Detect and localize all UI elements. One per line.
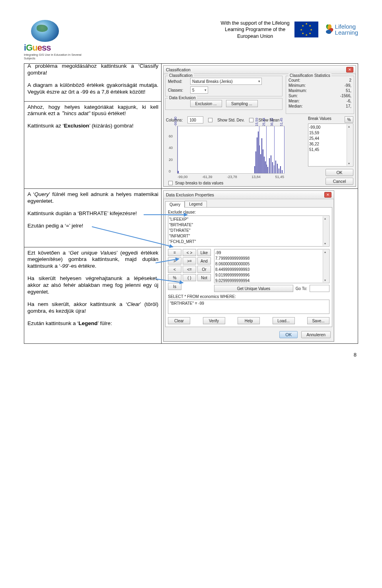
value-item[interactable]: 9.02999999999994	[215, 278, 328, 283]
chart-top-label: 15,59	[255, 118, 259, 126]
logo-text: iGuess	[24, 43, 84, 53]
save-button[interactable]: Save...	[307, 317, 329, 324]
value-item[interactable]: 9.01999999999996	[215, 272, 328, 278]
op-equals-button[interactable]: =	[168, 249, 181, 256]
stat-value: -6,	[347, 99, 351, 103]
exclusion-button[interactable]: Exclusion ...	[190, 100, 222, 107]
value-item[interactable]: 8.06000000000005	[215, 261, 328, 267]
value-item[interactable]: -99	[215, 250, 328, 256]
show-std-checkbox[interactable]	[208, 118, 212, 122]
instruction-text: Ezután kattintsunk a ‘Legend’ fülre:	[27, 320, 158, 327]
cancel-button[interactable]: Cancel	[325, 178, 353, 185]
break-value-item[interactable]: 15,59	[309, 130, 352, 136]
scrollbar[interactable]	[323, 216, 329, 246]
op-notequals-button[interactable]: < >	[183, 249, 196, 256]
stat-label: Median:	[288, 104, 303, 108]
percent-button[interactable]: %	[345, 116, 353, 123]
get-unique-values-button[interactable]: Get Unique Values	[214, 285, 293, 292]
op-or-button[interactable]: Or	[197, 266, 211, 273]
stat-label: Count:	[288, 78, 300, 82]
close-icon[interactable]: ✕	[324, 192, 331, 198]
classes-label: Classes:	[168, 88, 188, 92]
chart-top-label: 25,44	[262, 118, 266, 126]
ok-button[interactable]: OK	[279, 331, 298, 338]
expression-textbox[interactable]: "BRTHRATE" = -99	[168, 300, 329, 314]
op-and-button[interactable]: And	[197, 257, 211, 265]
value-item[interactable]: 8.44999999999993	[215, 267, 328, 272]
arrow-annotation	[92, 226, 173, 247]
goto-input[interactable]	[310, 285, 329, 292]
data-exclusion-dialog: Data Exclusion Properties ✕ Query Legend…	[163, 190, 334, 342]
operator-grid: = < > Like > >= And < <= Or %	[168, 249, 211, 281]
instruction-text: Ha nem sikerült, akkor kattintsunk a ‘Cl…	[27, 301, 158, 315]
group-label: Classification Statistics	[288, 73, 331, 78]
field-item[interactable]: "INFMORT"	[169, 233, 328, 239]
page-header: iGuess Integrating GIS Use in Education …	[24, 20, 358, 60]
instruction-text: A diagram a különböző értékek gyakoriság…	[27, 82, 158, 96]
sampling-button[interactable]: Sampling ...	[226, 100, 258, 107]
instruction-text: Ezt követően a ‘Get unique Values’ (egye…	[27, 250, 158, 270]
instruction-text: Kattintsunk az ‘Exclusion’ (kizárás) gom…	[27, 123, 158, 129]
break-value-item[interactable]: 51,45	[309, 147, 352, 153]
goto-label: Go To:	[296, 286, 307, 291]
page-number: 8	[24, 352, 358, 358]
show-std-label: Show Std. Dev.	[217, 118, 244, 122]
globe-icon	[31, 20, 59, 42]
instruction-text: Kattintsunk duplán a ‘BRTHRATE’ kifejezé…	[27, 210, 158, 217]
instruction-text: A ‘Query’ fülnél meg kell adnunk a helye…	[27, 191, 158, 205]
scrollbar[interactable]	[323, 250, 329, 282]
ok-button[interactable]: OK	[325, 169, 353, 176]
load-button[interactable]: Load...	[273, 317, 295, 324]
group-label: Classification	[168, 73, 194, 78]
arrow-annotation	[144, 214, 187, 215]
break-values-list[interactable]: -99,00 15,59 25,44 36,22 51,45	[308, 123, 353, 167]
chart-top-label: 51,45	[279, 118, 283, 126]
field-item[interactable]: "FCHLD_MRT"	[169, 239, 328, 245]
value-item[interactable]: 7.79999999999998	[215, 256, 328, 261]
stat-label: Maximum:	[288, 88, 307, 93]
classification-dialog: Classification ✕ Classification Method: …	[163, 65, 356, 187]
stat-value: 17,	[346, 104, 351, 108]
field-item[interactable]: "DTHRATE"	[169, 228, 328, 233]
columns-input[interactable]: 100	[187, 116, 203, 123]
chart-top-label: 36,22	[270, 118, 274, 126]
verify-button[interactable]: Verify	[203, 317, 225, 324]
scrollbar[interactable]	[347, 124, 353, 166]
cancel-button[interactable]: Annuleren	[301, 331, 331, 338]
instruction-text: Ahhoz, hogy helyes kategóriákat kapjunk,…	[27, 104, 158, 118]
help-button[interactable]: Help	[238, 317, 260, 324]
break-value-item[interactable]: 25,44	[309, 136, 352, 141]
stat-value: -1566,	[340, 94, 351, 98]
close-icon[interactable]: ✕	[346, 67, 353, 73]
values-listbox[interactable]: -99 7.79999999999998 8.06000000000005 8.…	[214, 249, 329, 283]
tab-legend[interactable]: Legend	[185, 201, 207, 207]
op-like-button[interactable]: Like	[197, 249, 211, 256]
exclude-clause-label: Exclude clause:	[168, 210, 329, 214]
histogram-chart: 60 40 20 0	[177, 126, 285, 174]
stat-value: -99,	[345, 83, 351, 88]
method-select[interactable]: Natural Breaks (Jenks)	[190, 78, 262, 85]
classes-select[interactable]: 5	[190, 86, 208, 94]
stat-label: Mean:	[288, 99, 300, 103]
op-gte-button[interactable]: >=	[183, 257, 196, 265]
stat-label: Sum:	[288, 94, 298, 98]
op-parens-button[interactable]: ( )	[183, 274, 196, 281]
show-mean-checkbox[interactable]	[249, 118, 253, 122]
break-value-item[interactable]: -99,00	[309, 125, 352, 130]
clear-button[interactable]: Clear	[168, 317, 190, 324]
group-label: Data Exclusion	[168, 96, 197, 100]
instruction-text: Ha sikerült helyesen végrehajtanunk a lé…	[27, 275, 158, 296]
snap-checkbox[interactable]	[168, 181, 173, 185]
eu-flag-icon: ★★ ★★ ★★ ★★	[294, 22, 318, 37]
select-from-label: SELECT * FROM economics WHERE:	[168, 294, 329, 299]
fields-listbox[interactable]: "LIFEEXP" "BRTHRATE" "DTHRATE" "INFMORT"…	[168, 216, 329, 247]
op-not-button[interactable]: Not	[197, 274, 211, 281]
dialog-title: Data Exclusion Properties	[166, 192, 214, 197]
op-lte-button[interactable]: <=	[183, 266, 196, 273]
break-value-item[interactable]: 36,22	[309, 141, 352, 147]
op-lt-button[interactable]: <	[168, 266, 181, 273]
field-item[interactable]: "LIFEEXP"	[169, 217, 328, 222]
dialog-title: Classification	[166, 67, 191, 72]
field-item[interactable]: "BRTHRATE"	[169, 222, 328, 228]
tab-query[interactable]: Query	[165, 201, 185, 208]
